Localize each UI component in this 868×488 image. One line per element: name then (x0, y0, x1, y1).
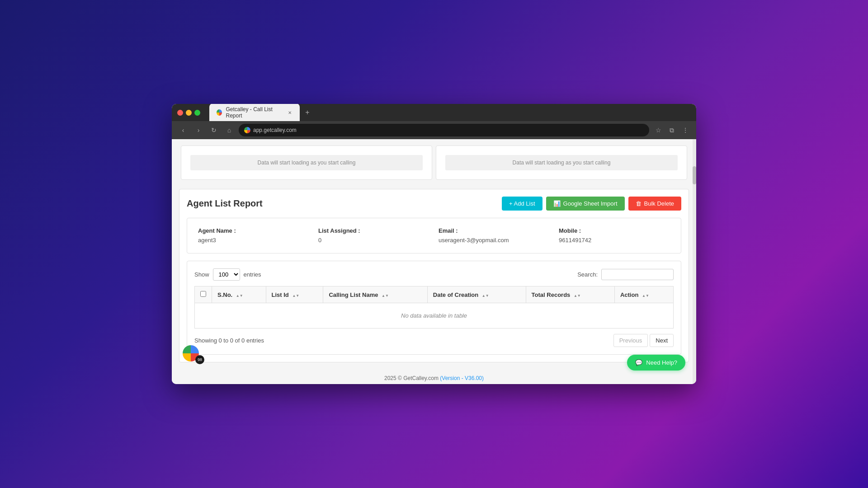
forward-button[interactable]: › (193, 124, 204, 136)
select-all-checkbox[interactable] (200, 291, 206, 297)
traffic-lights (177, 110, 200, 116)
extensions-icon[interactable]: ⧉ (666, 125, 677, 136)
pagination: Previous Next (613, 334, 674, 347)
search-input[interactable] (601, 269, 674, 280)
page-content: Data will start loading as you start cal… (172, 139, 696, 384)
left-loading-message: Data will start loading as you start cal… (190, 155, 423, 170)
bulk-delete-button[interactable]: 🗑 Bulk Delete (628, 197, 681, 211)
sno-sort-icon: ▲▼ (236, 294, 243, 298)
footer-text: 2025 © GetCalley.com (384, 375, 439, 381)
need-help-button[interactable]: 💬 Need Help? (627, 355, 685, 371)
show-entries: Show 100 25 50 entries (194, 268, 261, 281)
back-button[interactable]: ‹ (177, 124, 189, 136)
list-assigned-field: List Assigned : 0 (318, 227, 429, 244)
new-tab-button[interactable]: + (302, 107, 313, 118)
scrollbar-track[interactable] (693, 139, 696, 384)
right-data-card: Data will start loading as you start cal… (436, 145, 687, 180)
list-id-header[interactable]: List Id ▲▼ (266, 286, 323, 303)
table-controls: Show 100 25 50 entries Search: (194, 268, 674, 281)
no-data-row: No data available in table (195, 303, 674, 328)
minimize-button[interactable] (186, 110, 192, 116)
agent-info-card: Agent Name : agent3 List Assigned : 0 Em… (187, 218, 681, 253)
action-header[interactable]: Action ▲▼ (614, 286, 673, 303)
date-sort-icon: ▲▼ (482, 294, 489, 298)
home-button[interactable]: ⌂ (223, 124, 235, 136)
total-records-header[interactable]: Total Records ▲▼ (526, 286, 614, 303)
close-button[interactable] (177, 110, 183, 116)
search-box: Search: (577, 269, 674, 280)
checkbox-header (195, 286, 212, 303)
page-footer: 2025 © GetCalley.com (Version - V36.00) (172, 370, 696, 384)
table-footer: Showing 0 to 0 of 0 entries Previous Nex… (194, 334, 674, 347)
total-records-sort-icon: ▲▼ (574, 294, 581, 298)
address-text: app.getcalley.com (253, 127, 297, 133)
browser-toolbar: ‹ › ↻ ⌂ app.getcalley.com ☆ ⧉ ⋮ (172, 121, 696, 139)
calling-list-sort-icon: ▲▼ (382, 294, 389, 298)
email-label: Email : (439, 227, 550, 234)
agent-name-label: Agent Name : (198, 227, 309, 234)
list-assigned-value: 0 (318, 237, 321, 244)
whatsapp-icon: 💬 (635, 359, 642, 366)
maximize-button[interactable] (194, 110, 200, 116)
mobile-field: Mobile : 9611491742 (559, 227, 670, 244)
next-button[interactable]: Next (650, 334, 674, 347)
show-label: Show (194, 271, 209, 278)
date-of-creation-header[interactable]: Date of Creation ▲▼ (427, 286, 526, 303)
calling-list-name-header[interactable]: Calling List Name ▲▼ (323, 286, 427, 303)
cards-section: Data will start loading as you start cal… (172, 139, 696, 182)
google-sheet-label: Google Sheet Import (563, 200, 618, 207)
entries-select[interactable]: 100 25 50 (213, 268, 240, 281)
active-tab[interactable]: Getcalley - Call List Report ✕ (209, 104, 300, 122)
add-list-button[interactable]: + Add List (502, 197, 542, 211)
version-link[interactable]: (Version - V36.00) (440, 375, 484, 381)
header-actions: + Add List 📊 Google Sheet Import 🗑 Bulk … (502, 197, 681, 211)
agent-name-value: agent3 (198, 237, 216, 244)
agent-name-field: Agent Name : agent3 (198, 227, 309, 244)
search-label: Search: (577, 271, 598, 278)
google-sheet-import-button[interactable]: 📊 Google Sheet Import (546, 197, 625, 211)
no-data-message: No data available in table (195, 303, 674, 328)
report-title: Agent List Report (187, 198, 263, 209)
sno-header[interactable]: S.No. ▲▼ (212, 286, 266, 303)
tab-favicon-icon (217, 109, 222, 116)
tab-title: Getcalley - Call List Report (226, 106, 283, 119)
trash-icon: 🗑 (636, 200, 642, 207)
data-table: S.No. ▲▼ List Id ▲▼ Calling List Name ▲▼… (194, 286, 674, 328)
google-sheet-icon: 📊 (553, 200, 561, 207)
more-options-icon[interactable]: ⋮ (680, 125, 691, 136)
tab-bar: Getcalley - Call List Report ✕ + (209, 104, 691, 122)
previous-button[interactable]: Previous (613, 334, 648, 347)
action-sort-icon: ▲▼ (642, 294, 649, 298)
browser-titlebar: Getcalley - Call List Report ✕ + (172, 104, 696, 121)
table-section: Show 100 25 50 entries Search: (187, 261, 681, 355)
table-header: S.No. ▲▼ List Id ▲▼ Calling List Name ▲▼… (195, 286, 674, 303)
showing-text: Showing 0 to 0 of 0 entries (194, 337, 264, 344)
entries-label: entries (244, 271, 261, 278)
address-bar[interactable]: app.getcalley.com (239, 124, 649, 136)
email-field: Email : useragent-3@yopmail.com (439, 227, 550, 244)
mobile-label: Mobile : (559, 227, 670, 234)
notification-badge: 98 (195, 355, 204, 364)
left-data-card: Data will start loading as you start cal… (181, 145, 432, 180)
bookmark-icon[interactable]: ☆ (653, 125, 664, 136)
list-id-sort-icon: ▲▼ (292, 294, 299, 298)
toolbar-actions: ☆ ⧉ ⋮ (653, 125, 691, 136)
bulk-delete-label: Bulk Delete (644, 200, 674, 207)
browser-window: Getcalley - Call List Report ✕ + ‹ › ↻ ⌂… (172, 104, 696, 384)
site-favicon-icon (244, 127, 250, 133)
table-body: No data available in table (195, 303, 674, 328)
need-help-label: Need Help? (646, 359, 677, 366)
scrollbar-thumb[interactable] (693, 166, 696, 184)
tab-close-icon[interactable]: ✕ (287, 109, 292, 116)
list-assigned-label: List Assigned : (318, 227, 429, 234)
right-loading-message: Data will start loading as you start cal… (445, 155, 678, 170)
report-section: Agent List Report + Add List 📊 Google Sh… (179, 189, 689, 362)
mobile-value: 9611491742 (559, 237, 591, 244)
refresh-button[interactable]: ↻ (208, 124, 220, 136)
email-value: useragent-3@yopmail.com (439, 237, 509, 244)
report-header: Agent List Report + Add List 📊 Google Sh… (187, 197, 681, 211)
